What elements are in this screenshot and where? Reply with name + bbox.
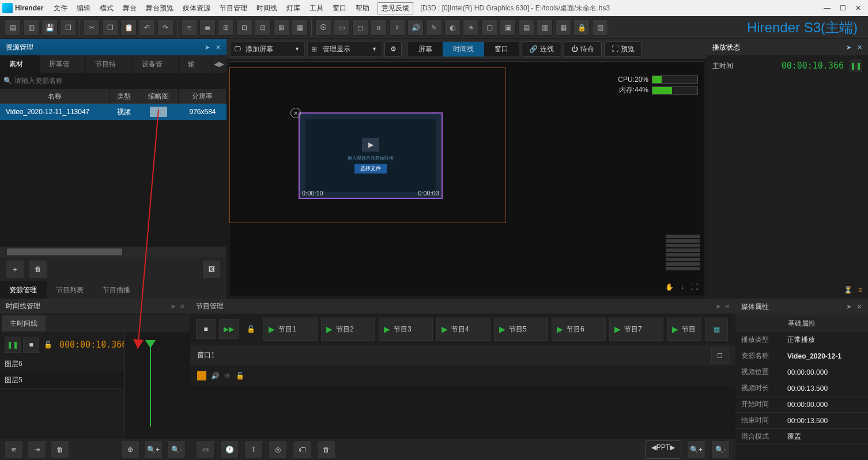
tool-b1-icon[interactable]: ▭: [334, 20, 350, 36]
lock-icon[interactable]: 🔓: [236, 372, 244, 380]
tool-a3-icon[interactable]: ⊞: [218, 20, 234, 36]
feedback-button[interactable]: 意见反馈: [378, 2, 413, 14]
ppt-button[interactable]: ◀PPT▶: [645, 440, 681, 459]
menu-media[interactable]: 媒体资源: [178, 3, 215, 13]
program-4[interactable]: ▶节目4: [436, 318, 490, 341]
close-icon[interactable]: ✕: [855, 4, 861, 12]
menu-tools[interactable]: 工具: [305, 3, 328, 13]
hourglass-icon[interactable]: ⏳: [844, 286, 852, 294]
trash-icon[interactable]: 🗑: [51, 440, 69, 459]
pause-button[interactable]: ❚❚: [850, 59, 862, 72]
media-clip[interactable]: ✕ ▶ 拖入视频音乐开始转换 选择文件 0:00:10 0:00:03: [299, 112, 443, 199]
send-icon[interactable]: ➤: [846, 44, 851, 51]
panel-close-icon[interactable]: ✕: [857, 44, 862, 51]
view-screen[interactable]: 屏幕: [408, 42, 443, 56]
t-icon[interactable]: T: [244, 440, 263, 459]
program-8[interactable]: ▶节目: [667, 318, 701, 341]
tool-a1-icon[interactable]: ≡: [181, 20, 197, 36]
tab-input[interactable]: 输入: [179, 55, 212, 73]
hand-icon[interactable]: ✋: [665, 283, 674, 291]
program-3[interactable]: ▶节目3: [379, 318, 433, 341]
standby-button[interactable]: ⏻待命: [564, 42, 602, 56]
panel-close-icon[interactable]: ✕: [180, 303, 184, 310]
tool-c2-icon[interactable]: ▣: [500, 20, 516, 36]
program-2[interactable]: ▶节目2: [321, 318, 375, 341]
tab-library[interactable]: 素材库: [0, 55, 40, 73]
tool-copy-icon[interactable]: ❐: [60, 20, 76, 36]
add-screen-dropdown[interactable]: 🖵添加屏幕▼: [230, 42, 305, 56]
clip-select-button[interactable]: 选择文件: [354, 164, 387, 174]
tool-redo-icon[interactable]: ↷: [157, 20, 173, 36]
tool-new-icon[interactable]: ▤: [5, 20, 21, 36]
send-icon[interactable]: ➤: [205, 44, 210, 51]
menu-file[interactable]: 文件: [49, 3, 72, 13]
speaker-icon[interactable]: 🔊: [211, 372, 220, 380]
tool-c7-icon[interactable]: ▨: [592, 20, 608, 36]
tool-b2-icon[interactable]: ◻: [352, 20, 368, 36]
color-swatch[interactable]: [197, 371, 206, 380]
tab-device[interactable]: 设备管理: [133, 55, 179, 73]
tab-next-icon[interactable]: ▶: [219, 60, 224, 68]
menu-program[interactable]: 节目管理: [215, 3, 252, 13]
clock-icon[interactable]: 🕐: [220, 440, 239, 459]
target-icon[interactable]: ◎: [269, 440, 287, 459]
send-icon[interactable]: ➤: [716, 303, 720, 310]
tool-alpha-icon[interactable]: α: [371, 20, 387, 36]
menu-stagepreview[interactable]: 舞台预览: [141, 3, 178, 13]
tool-eq-icon[interactable]: ♯: [389, 20, 405, 36]
program-7[interactable]: ▶节目7: [609, 318, 663, 341]
tab-prev-icon[interactable]: ◀: [214, 60, 219, 68]
view-timeline[interactable]: 时间线: [443, 42, 484, 56]
minimize-icon[interactable]: —: [824, 4, 831, 12]
tool-a2-icon[interactable]: ≣: [199, 20, 216, 36]
menu-edit[interactable]: 编辑: [72, 3, 95, 13]
zoomout-icon[interactable]: 🔍-: [167, 440, 186, 459]
grid-button[interactable]: ▦: [705, 318, 728, 341]
prog-stop-button[interactable]: ■: [196, 319, 216, 339]
resource-search-input[interactable]: [14, 77, 223, 85]
program-6[interactable]: ▶节目6: [552, 318, 606, 341]
tl-stop-button[interactable]: ■: [23, 337, 39, 353]
program-5[interactable]: ▶节目5: [494, 318, 548, 341]
program-1[interactable]: ▶节目1: [263, 318, 318, 341]
tab-resource[interactable]: 资源管理: [0, 281, 47, 299]
tool-c5-icon[interactable]: ▦: [555, 20, 571, 36]
tag-icon[interactable]: 🏷: [293, 440, 311, 459]
view-window[interactable]: 窗口: [484, 42, 519, 56]
menu-stage[interactable]: 舞台: [118, 3, 141, 13]
tab-insert[interactable]: 节目插播: [93, 281, 140, 299]
pointer-icon[interactable]: ↓: [681, 283, 684, 291]
main-timeline-tab[interactable]: 主时间线: [1, 315, 46, 332]
panel-close-icon[interactable]: ✕: [725, 303, 730, 310]
preview-button[interactable]: ⛶预览: [604, 42, 642, 56]
program-track-area[interactable]: [190, 386, 735, 439]
panel-close-icon[interactable]: ✕: [216, 44, 221, 51]
tool-save-icon[interactable]: 💾: [41, 20, 58, 36]
tl-pause-button[interactable]: ❚❚: [5, 337, 21, 353]
tool-a5-icon[interactable]: ⊟: [255, 20, 271, 36]
tool-a6-icon[interactable]: ⊠: [273, 20, 289, 36]
tool-bright-icon[interactable]: ☀: [463, 20, 479, 36]
list-icon[interactable]: ≡: [858, 286, 862, 294]
fullscreen-icon[interactable]: ⛶: [691, 283, 698, 291]
col-res[interactable]: 分辨率: [179, 89, 227, 103]
connect-button[interactable]: 🔗连线: [522, 42, 561, 56]
tool-a4-icon[interactable]: ⊡: [236, 20, 252, 36]
trash-icon[interactable]: 🗑: [317, 440, 335, 459]
indent-icon[interactable]: ⇥: [28, 440, 46, 459]
delete-button[interactable]: 🗑: [29, 260, 47, 278]
menu-help[interactable]: 帮助: [351, 3, 374, 13]
zoomout-icon[interactable]: 🔍-: [711, 440, 730, 459]
eye-icon[interactable]: 👁: [224, 372, 231, 380]
tool-a7-icon[interactable]: ▦: [292, 20, 308, 36]
send-icon[interactable]: ➤: [846, 303, 852, 311]
zoomin-icon[interactable]: 🔍+: [687, 440, 705, 459]
prog-play-button[interactable]: ▶▶: [219, 319, 239, 339]
timeline-tracks[interactable]: [124, 333, 190, 439]
tool-cut-icon[interactable]: ✂: [84, 20, 100, 36]
add-button[interactable]: ＋: [6, 260, 24, 278]
manage-display-dropdown[interactable]: ⊞管理显示▼: [307, 42, 382, 56]
frame-icon[interactable]: ▭: [196, 440, 214, 459]
tab-screen-mgmt[interactable]: 屏幕管理: [40, 55, 86, 73]
fit-icon[interactable]: ⊕: [121, 440, 139, 459]
